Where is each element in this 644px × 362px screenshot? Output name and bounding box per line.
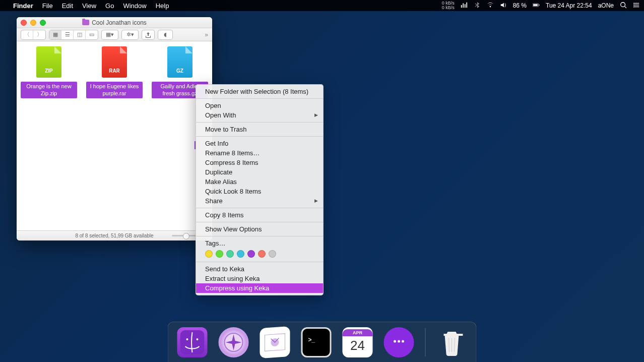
svg-point-12 — [633, 3, 634, 4]
dock-separator — [425, 328, 426, 356]
svg-text:>_: >_ — [308, 336, 315, 343]
svg-point-16 — [186, 338, 188, 340]
close-button[interactable] — [21, 20, 27, 26]
zip-file-icon: ZIP — [36, 46, 61, 78]
menu-item-compress-8-items[interactable]: Compress 8 Items — [196, 158, 323, 167]
menu-item-tags[interactable]: Tags… — [196, 238, 323, 248]
menu-item-quick-look-8-items[interactable]: Quick Look 8 Items — [196, 187, 323, 196]
svg-point-23 — [394, 340, 396, 342]
svg-line-8 — [625, 6, 627, 8]
menu-go[interactable]: Go — [105, 2, 114, 10]
forward-button[interactable]: 〉 — [33, 30, 45, 39]
rar-file-icon: RAR — [102, 46, 127, 78]
calendar-day: 24 — [350, 336, 365, 354]
menubar: Finder File Edit View Go Window Help 0 k… — [0, 0, 644, 11]
column-view-button[interactable]: ◫ — [74, 30, 86, 39]
battery-percentage: 86 % — [513, 2, 527, 9]
datetime[interactable]: Tue 24 Apr 22:54 — [546, 2, 592, 9]
dock-trash[interactable] — [437, 327, 467, 357]
battery-icon[interactable] — [533, 2, 540, 10]
menu-separator — [196, 262, 323, 262]
menu-item-open-with[interactable]: Open With — [196, 110, 323, 120]
minimize-button[interactable] — [30, 20, 36, 26]
menu-item-show-view-options[interactable]: Show View Options — [196, 224, 323, 234]
traffic-lights — [21, 20, 46, 26]
toolbar-overflow[interactable]: » — [205, 31, 208, 38]
tags-button[interactable]: ◖ — [158, 30, 172, 39]
equalizer-icon[interactable] — [461, 2, 468, 10]
app-name[interactable]: Finder — [13, 2, 33, 10]
tag-color[interactable] — [216, 250, 223, 258]
tag-color[interactable] — [205, 250, 213, 258]
toolbar: 〈 〉 ▦ ☰ ◫ ▭ ▦▾ ✲▾ ◖ » — [17, 28, 212, 41]
svg-point-17 — [197, 338, 199, 340]
svg-point-24 — [398, 340, 400, 342]
svg-point-13 — [633, 5, 634, 6]
menu-item-compress-using-keka[interactable]: Compress using Keka — [196, 283, 323, 293]
menu-item-share[interactable]: Share — [196, 196, 323, 206]
window-title: Cool Jonathan icons — [92, 19, 147, 26]
menu-separator — [196, 236, 323, 236]
menu-separator — [196, 98, 323, 99]
menu-view[interactable]: View — [82, 2, 96, 10]
menu-item-move-to-trash[interactable]: Move to Trash — [196, 125, 323, 134]
arrange-button[interactable]: ▦▾ — [102, 30, 118, 39]
svg-rect-1 — [463, 3, 464, 8]
calendar-month: APR — [343, 329, 373, 336]
dock-safari[interactable] — [219, 327, 249, 357]
menu-window[interactable]: Window — [123, 2, 146, 10]
dock-calendar[interactable]: APR 24 — [343, 327, 373, 357]
menu-help[interactable]: Help — [156, 2, 169, 10]
dock-finder[interactable] — [177, 327, 208, 357]
menu-file[interactable]: File — [42, 2, 53, 10]
menu-edit[interactable]: Edit — [62, 2, 73, 10]
menu-item-copy-8-items[interactable]: Copy 8 Items — [196, 210, 323, 220]
gallery-view-button[interactable]: ▭ — [86, 30, 98, 39]
back-button[interactable]: 〈 — [21, 30, 33, 39]
tag-color[interactable] — [237, 250, 244, 258]
user-name[interactable]: aONe — [598, 2, 614, 9]
notifications-icon[interactable] — [633, 2, 640, 10]
file-item[interactable]: RARI hope Eugene likes purple.rar — [86, 46, 143, 98]
menu-separator — [196, 136, 323, 137]
menu-item-make-alias[interactable]: Make Alias — [196, 177, 323, 187]
svg-point-25 — [402, 340, 404, 342]
menu-item-new-folder-with-selection-8-items[interactable]: New Folder with Selection (8 Items) — [196, 87, 323, 96]
tag-color[interactable] — [269, 250, 276, 258]
tag-color-row — [196, 248, 323, 260]
share-button[interactable] — [142, 30, 154, 39]
svg-rect-6 — [533, 4, 538, 6]
bluetooth-icon[interactable] — [474, 2, 481, 10]
menu-separator — [196, 122, 323, 123]
file-item[interactable]: ZIPOrange is the new Zip.zip — [21, 46, 77, 98]
tag-color[interactable] — [226, 250, 234, 258]
zoom-button[interactable] — [40, 20, 46, 26]
gz-file-icon: GZ — [167, 46, 192, 78]
icon-size-slider[interactable] — [172, 235, 197, 236]
menu-separator — [196, 208, 323, 208]
menu-item-extract-using-keka[interactable]: Extract using Keka — [196, 274, 323, 283]
menu-item-duplicate[interactable]: Duplicate — [196, 167, 323, 177]
action-button[interactable]: ✲▾ — [122, 30, 138, 39]
tag-color[interactable] — [247, 250, 255, 258]
folder-icon — [82, 20, 89, 25]
nav-group: 〈 〉 — [21, 30, 46, 40]
menu-item-rename-8-items[interactable]: Rename 8 Items… — [196, 148, 323, 158]
menu-item-send-to-keka[interactable]: Send to Keka — [196, 264, 323, 274]
spotlight-icon[interactable] — [620, 2, 627, 10]
volume-icon[interactable] — [500, 2, 507, 10]
menu-separator — [196, 222, 323, 222]
list-view-button[interactable]: ☰ — [61, 30, 74, 39]
menu-item-open[interactable]: Open — [196, 101, 323, 110]
file-area[interactable]: ZIPOrange is the new Zip.zipRARI hope Eu… — [17, 41, 212, 230]
tag-color[interactable] — [258, 250, 266, 258]
dock-terminal[interactable]: >_ — [301, 327, 332, 357]
dock-mail[interactable] — [260, 326, 290, 358]
menu-item-get-info[interactable]: Get Info — [196, 139, 323, 148]
wifi-icon[interactable] — [487, 2, 494, 10]
titlebar[interactable]: Cool Jonathan icons — [17, 17, 212, 28]
finder-window: Cool Jonathan icons 〈 〉 ▦ ☰ ◫ ▭ ▦▾ ✲▾ ◖ … — [17, 17, 212, 240]
dock-messages[interactable] — [384, 327, 414, 357]
view-group: ▦ ☰ ◫ ▭ — [49, 30, 98, 40]
icon-view-button[interactable]: ▦ — [49, 30, 61, 39]
